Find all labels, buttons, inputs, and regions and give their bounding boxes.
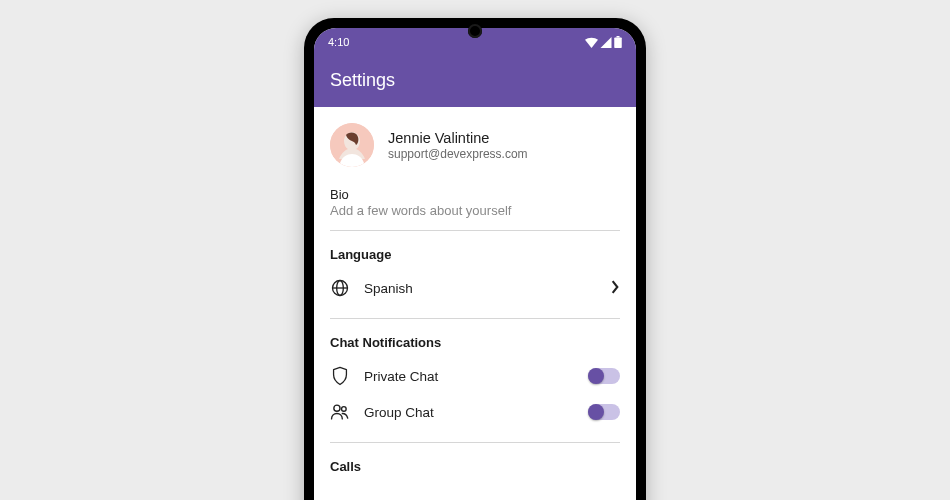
language-row[interactable]: Spanish <box>330 270 620 306</box>
front-camera <box>468 24 482 38</box>
svg-rect-1 <box>617 36 620 38</box>
private-chat-row: Private Chat <box>330 358 620 394</box>
svg-rect-0 <box>614 38 622 49</box>
svg-point-7 <box>342 407 347 412</box>
cell-signal-icon <box>600 37 612 48</box>
bio-placeholder: Add a few words about yourself <box>330 203 620 218</box>
divider <box>330 442 620 443</box>
profile-text: Jennie Valintine support@devexpress.com <box>388 130 528 161</box>
globe-icon <box>330 278 350 298</box>
divider <box>330 230 620 231</box>
settings-content[interactable]: Jennie Valintine support@devexpress.com … <box>314 107 636 474</box>
status-time: 4:10 <box>328 36 349 48</box>
status-icons <box>585 36 622 48</box>
chat-header: Chat Notifications <box>330 335 620 350</box>
svg-point-6 <box>334 405 340 411</box>
wifi-icon <box>585 37 598 48</box>
phone-frame: 4:10 Settings <box>304 18 646 500</box>
people-icon <box>330 402 350 422</box>
divider <box>330 318 620 319</box>
calls-header: Calls <box>330 459 620 474</box>
profile-name: Jennie Valintine <box>388 130 528 146</box>
profile-email: support@devexpress.com <box>388 147 528 161</box>
language-header: Language <box>330 247 620 262</box>
battery-icon <box>614 36 622 48</box>
app-bar: Settings <box>314 56 636 107</box>
bio-field[interactable]: Bio Add a few words about yourself <box>330 187 620 218</box>
private-chat-toggle[interactable] <box>588 368 620 384</box>
bio-label: Bio <box>330 187 620 202</box>
private-chat-label: Private Chat <box>364 369 574 384</box>
group-chat-toggle[interactable] <box>588 404 620 420</box>
group-chat-label: Group Chat <box>364 405 574 420</box>
screen: 4:10 Settings <box>314 28 636 500</box>
chevron-right-icon <box>610 280 620 297</box>
language-value: Spanish <box>364 281 596 296</box>
shield-icon <box>330 366 350 386</box>
profile-row[interactable]: Jennie Valintine support@devexpress.com <box>330 121 620 177</box>
group-chat-row: Group Chat <box>330 394 620 430</box>
avatar[interactable] <box>330 123 374 167</box>
page-title: Settings <box>330 70 395 90</box>
